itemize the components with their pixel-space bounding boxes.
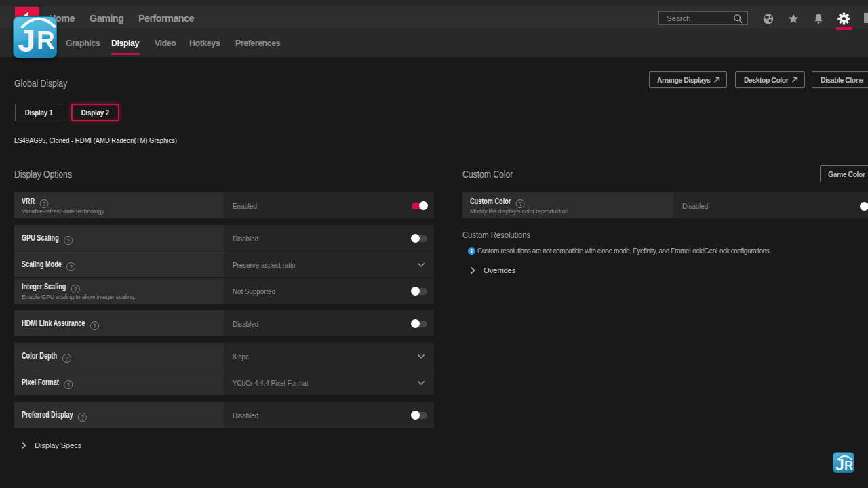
svg-text:R: R bbox=[844, 459, 853, 472]
svg-text:J: J bbox=[18, 22, 35, 57]
svg-text:J: J bbox=[835, 456, 844, 472]
svg-text:R: R bbox=[37, 26, 55, 54]
